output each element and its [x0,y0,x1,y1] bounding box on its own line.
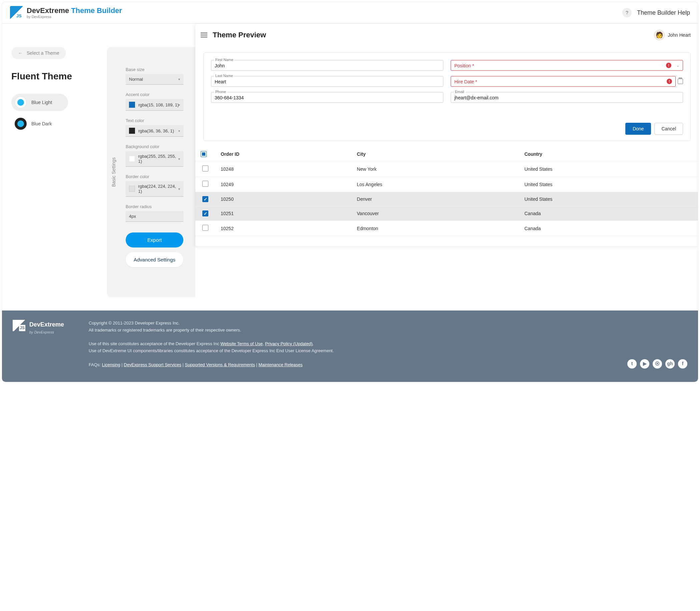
theme-option-blue-dark[interactable]: Blue Dark [11,115,68,132]
setting-select[interactable]: 4px [126,211,183,222]
row-checkbox[interactable] [202,225,208,231]
col-order-id[interactable]: Order ID [215,147,352,161]
hamburger-icon[interactable] [201,33,207,38]
setting-label: Text color [126,118,183,123]
field-label: Last Name [214,74,234,78]
chevron-down-icon: ▾ [178,187,180,191]
faq-link[interactable]: Licensing [102,362,120,367]
cell-order: 10250 [215,192,352,206]
cell-country: Canada [519,206,698,221]
social-links: t ▶ ⦿ gh f [627,320,687,369]
setting-label: Background color [126,144,183,149]
table-row[interactable]: 10251VancouverCanada [195,206,698,221]
row-checkbox[interactable] [202,196,208,202]
theme-title: Fluent Theme [11,71,99,82]
chevron-down-icon[interactable]: ⌄ [676,63,679,68]
color-swatch-icon [129,186,135,192]
cell-order: 10249 [215,177,352,192]
footer-by: by DevExpress [29,329,64,336]
setting-label: Border color [126,174,183,179]
cell-country: Canada [519,221,698,236]
col-city[interactable]: City [352,147,519,161]
color-swatch-icon [129,128,135,134]
setting-select[interactable]: Normal▾ [126,74,183,85]
help-icon[interactable]: ? [622,8,631,17]
faq-link[interactable]: Supported Versions & Requirements [185,362,255,367]
error-icon: ! [667,79,672,84]
phone-input[interactable] [215,95,440,100]
setting-select[interactable]: rgba(224, 224, 224, 1)▾ [126,181,183,197]
table-row[interactable]: 10249Los AngelesUnited States [195,177,698,192]
faq-link[interactable]: Maintenance Releases [259,362,303,367]
position-field[interactable]: Position * ! ⌄ [451,60,683,71]
setting-value: rgba(224, 224, 224, 1) [138,184,180,194]
help-link[interactable]: Theme Builder Help [637,9,690,16]
table-row[interactable]: 10250DenverUnited States [195,192,698,206]
field-label: Position * [454,63,474,69]
twitter-icon[interactable]: t [627,359,637,369]
email-input[interactable] [454,95,679,100]
setting-label: Base size [126,67,183,72]
row-checkbox[interactable] [202,181,208,187]
last-name-field[interactable]: Last Name [211,76,443,87]
avatar[interactable]: 🧑 [654,30,665,40]
brand-logo[interactable]: DevExtreme Theme Builder by DevExpress [10,6,122,19]
calendar-icon[interactable] [678,79,683,84]
cell-order: 10252 [215,221,352,236]
setting-value: Normal [129,77,143,82]
setting-select[interactable]: rgba(15, 108, 189, 1)▾ [126,99,183,111]
cell-city: Denver [352,192,519,206]
logo-icon [13,320,26,331]
table-row[interactable]: 10248New YorkUnited States [195,161,698,177]
cell-city: Los Angeles [352,177,519,192]
email-field[interactable]: Email [451,92,683,103]
app-header: DevExtreme Theme Builder by DevExpress ?… [2,2,698,24]
cell-country: United States [519,177,698,192]
field-label: Hire Date * [454,79,477,84]
brand-name: DevExtreme [27,6,69,15]
chevron-down-icon: ▾ [178,129,180,133]
chevron-down-icon: ▾ [178,157,180,161]
user-name: John Heart [668,32,691,38]
terms-link[interactable]: Website Terms of Use [220,341,263,346]
youtube-icon[interactable]: ▶ [640,359,649,369]
select-all-checkbox[interactable] [201,151,207,157]
privacy-link[interactable]: Privacy Policy (Updated) [265,341,312,346]
setting-select[interactable]: rgba(255, 255, 255, 1)▾ [126,151,183,167]
cell-order: 10251 [215,206,352,221]
back-button[interactable]: ← Select a Theme [11,47,66,59]
footer-logo[interactable]: DevExtreme by DevExpress [13,320,73,369]
cancel-button[interactable]: Cancel [654,123,683,135]
chevron-down-icon: ▾ [178,77,180,81]
cell-country: United States [519,161,698,177]
field-label: First Name [214,58,235,62]
brand-suffix: Theme Builder [71,6,122,15]
advanced-settings-button[interactable]: Advanced Settings [126,252,183,267]
github-icon[interactable]: gh [665,359,675,369]
theme-swatch-icon [15,118,27,130]
rss-icon[interactable]: ⦿ [653,359,662,369]
cell-order: 10248 [215,161,352,177]
first-name-input[interactable] [215,63,440,69]
row-checkbox[interactable] [202,210,208,217]
last-name-input[interactable] [215,79,440,84]
setting-label: Accent color [126,92,183,97]
first-name-field[interactable]: First Name [211,60,443,71]
table-row[interactable]: 10252EdmontonCanada [195,221,698,236]
arrow-left-icon: ← [18,50,23,56]
preview-title: Theme Preview [213,31,266,39]
setting-select[interactable]: rgba(36, 36, 36, 1)▾ [126,125,183,137]
export-button[interactable]: Export [126,233,183,248]
facebook-icon[interactable]: f [678,359,687,369]
data-grid: Order ID City Country 10248New YorkUnite… [195,147,698,236]
theme-option-blue-light[interactable]: Blue Light [11,94,68,111]
basic-settings-panel: Basic Settings Base sizeNormal▾Accent co… [107,47,195,297]
phone-field[interactable]: Phone [211,92,443,103]
col-country[interactable]: Country [519,147,698,161]
error-icon: ! [666,63,671,68]
done-button[interactable]: Done [625,123,651,135]
faq-link[interactable]: DevExpress Support Services [124,362,181,367]
theme-swatch-icon [15,96,27,108]
row-checkbox[interactable] [202,165,208,172]
hire-date-field[interactable]: Hire Date * ! [451,76,676,87]
